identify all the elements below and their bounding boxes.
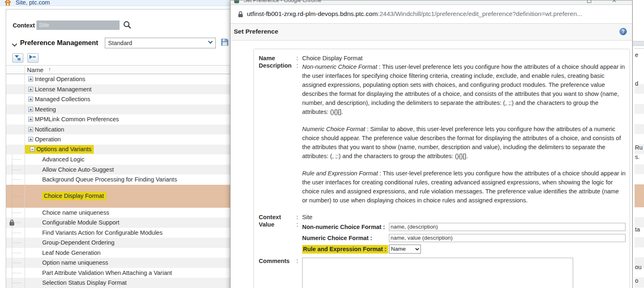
- table-header[interactable]: Name ↑: [6, 65, 230, 74]
- tree-row[interactable]: +Notification: [6, 125, 230, 135]
- description-paragraph-lead: Numeric Choice Format: [302, 126, 365, 132]
- tree-row[interactable]: +Managed Collections: [6, 94, 230, 104]
- tree-row-label[interactable]: MPMLink Common Preferences: [35, 116, 119, 122]
- expand-collapse-button[interactable]: [27, 53, 38, 63]
- tree-row[interactable]: −Options and Variants: [6, 145, 230, 155]
- tree-row-label[interactable]: Background Queue Processing for Finding …: [42, 176, 177, 183]
- comments-textarea[interactable]: [302, 258, 573, 288]
- name-column-header[interactable]: Name: [27, 66, 43, 73]
- rule-expression-format-select[interactable]: Name: [389, 245, 421, 254]
- tree-row[interactable]: +MPMLink Common Preferences: [6, 114, 230, 125]
- collapse-icon[interactable]: −: [30, 147, 35, 152]
- background-row-fragment: [635, 174, 644, 184]
- sort-ascending-icon[interactable]: ↑: [48, 66, 51, 72]
- name-label: Name: [259, 55, 296, 61]
- tree-row[interactable]: Group-Dependent Ordering: [6, 238, 230, 248]
- tree-row-label[interactable]: Find Variants Action for Configurable Mo…: [42, 229, 163, 236]
- description-paragraph-lead: Non-numeric Choice Format: [302, 63, 377, 70]
- tree-row[interactable]: Choice name uniqueness: [6, 208, 230, 218]
- expand-icon[interactable]: +: [28, 137, 33, 142]
- tree-row-label[interactable]: Group-Dependent Ordering: [42, 239, 115, 246]
- tree-row-label[interactable]: Operation: [35, 136, 61, 143]
- view-dropdown[interactable]: Standard: [105, 38, 216, 48]
- tree-row[interactable]: +Operation: [6, 134, 230, 145]
- url-text: utfinst-fb001-zrxg.rd-plm-devops.bdns.pt…: [247, 10, 582, 18]
- colon: :: [296, 258, 302, 288]
- tree-row[interactable]: +License Management: [6, 84, 230, 95]
- tree-row-label[interactable]: Choice name uniqueness: [42, 209, 109, 216]
- section-title: Preference Management: [20, 39, 98, 47]
- maximize-icon[interactable]: [587, 0, 591, 3]
- tree-row[interactable]: +Integral Operations: [6, 74, 230, 84]
- tree-row[interactable]: Allow Choice Auto-Suggest: [6, 165, 230, 175]
- tree-row-label[interactable]: Managed Collections: [35, 96, 90, 102]
- expand-icon[interactable]: +: [28, 87, 33, 92]
- expand-icon[interactable]: +: [28, 97, 33, 102]
- description-paragraph: Numeric Choice Format : Similar to above…: [302, 125, 626, 161]
- lock-icon[interactable]: [238, 11, 243, 19]
- description-label: Description: [259, 62, 296, 213]
- close-icon[interactable]: ✕: [612, 0, 617, 4]
- tree-row[interactable]: Advanced Logic: [6, 154, 230, 165]
- tree-row[interactable]: Selection Status Display Format: [6, 278, 230, 288]
- popup-window-title: Set Preference - Google Chrome: [244, 0, 321, 3]
- background-row-fragment: [635, 94, 644, 104]
- url-bar[interactable]: utfinst-fb001-zrxg.rd-plm-devops.bdns.pt…: [230, 5, 632, 24]
- background-text-fragment: ou: [635, 264, 642, 270]
- description-paragraph-text: : This user-level preference lets you co…: [302, 63, 625, 115]
- tree-row-label[interactable]: Advanced Logic: [42, 156, 84, 163]
- tree-row-label[interactable]: Meeting: [35, 106, 56, 113]
- page-title: Set Preference: [234, 28, 278, 35]
- value-field-input[interactable]: [389, 234, 626, 242]
- background-row-fragment: [635, 164, 644, 175]
- tree-guide-dash: [12, 243, 21, 243]
- value-field-input[interactable]: [389, 223, 626, 231]
- row-gutter: [6, 145, 25, 155]
- tree-row[interactable]: Option name uniqueness: [6, 258, 230, 268]
- tree-row-label[interactable]: Integral Operations: [35, 76, 85, 82]
- expand-icon[interactable]: +: [28, 127, 33, 132]
- tree-row[interactable]: Background Queue Processing for Finding …: [6, 175, 230, 185]
- tree-row-label[interactable]: Configurable Module Support: [42, 219, 120, 226]
- background-text-fragment: Ru: [635, 144, 643, 151]
- popup-title-bar[interactable]: Set Preference - Google Chrome ✕: [230, 0, 632, 5]
- help-icon[interactable]: ?: [619, 28, 627, 35]
- description-paragraph: Rule and Expression Format : This user-l…: [302, 169, 626, 205]
- tree-row[interactable]: Leaf Node Generation: [6, 248, 230, 258]
- collapse-chevron-icon[interactable]: [12, 41, 17, 47]
- tree-row[interactable]: Find Variants Action for Configurable Mo…: [6, 228, 230, 238]
- tree-row-label[interactable]: Options and Variants: [36, 146, 91, 152]
- save-icon[interactable]: [221, 38, 229, 48]
- column-divider: [25, 66, 25, 74]
- context-window-title: Site, ptc.com: [16, 0, 50, 6]
- preference-tree: +Integral Operations+License Management+…: [6, 74, 230, 288]
- background-row-fragment: [635, 207, 644, 218]
- expand-icon[interactable]: +: [28, 77, 33, 82]
- background-header-fragment: [633, 41, 644, 46]
- filter-button[interactable]: [12, 53, 23, 63]
- background-row-fragment: [635, 217, 644, 227]
- row-gutter: [6, 114, 25, 125]
- tree-row[interactable]: Choice Display Format: [6, 185, 230, 208]
- search-icon[interactable]: [123, 20, 132, 29]
- preference-panel: Context Site Preference Management Stand…: [6, 9, 231, 288]
- tree-row[interactable]: Configurable Module Support: [6, 218, 230, 228]
- tree-row-label[interactable]: Notification: [35, 126, 64, 133]
- tree-row-label[interactable]: Selection Status Display Format: [42, 279, 127, 286]
- expand-icon[interactable]: +: [28, 117, 33, 122]
- tree-row[interactable]: Part Attribute Validation When Attaching…: [6, 268, 230, 278]
- tree-row-label[interactable]: Leaf Node Generation: [42, 249, 101, 256]
- tree-row-label[interactable]: License Management: [35, 86, 92, 93]
- tree-row-label[interactable]: Choice Display Format: [44, 193, 104, 199]
- comments-label: Comments: [259, 258, 296, 288]
- tree-row-label[interactable]: Allow Choice Auto-Suggest: [42, 166, 114, 173]
- tree-row-label[interactable]: Part Attribute Validation When Attaching…: [42, 270, 172, 276]
- expand-icon[interactable]: +: [28, 107, 33, 112]
- context-input[interactable]: Site: [36, 20, 120, 30]
- tree-row-label[interactable]: Option name uniqueness: [42, 259, 108, 266]
- home-icon[interactable]: [4, 0, 11, 6]
- tree-guide-dash: [12, 273, 21, 273]
- tree-guide-dash: [12, 222, 21, 223]
- tree-row[interactable]: +Meeting: [6, 104, 230, 115]
- page-header: Set Preference ?: [230, 24, 632, 41]
